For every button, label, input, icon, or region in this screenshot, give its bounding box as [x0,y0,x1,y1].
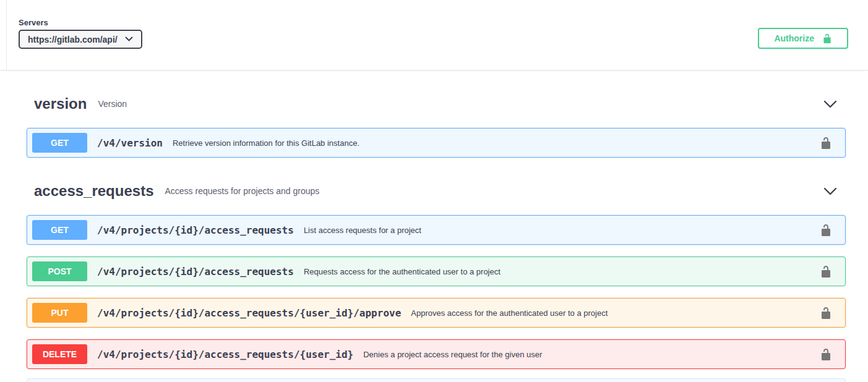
lock-button[interactable] [820,265,832,278]
servers-block: Servers https://gitlab.com/api/ [19,18,142,49]
chevron-down-icon [125,36,133,42]
lock-button[interactable] [820,137,832,149]
unlock-icon [820,137,832,149]
operation-row[interactable]: DELETE /v4/projects/{id}/access_requests… [27,339,846,369]
authorize-button[interactable]: Authorize [758,28,848,49]
operation-path: /v4/projects/{id}/access_requests [97,266,294,278]
section-header[interactable]: version Version [34,95,837,112]
operation-row[interactable]: GET /v4/version Retrieve version informa… [27,128,846,158]
unlock-icon [820,348,832,360]
api-sections: version Version GET /v4/version Retrieve… [0,95,868,369]
api-section: version Version GET /v4/version Retrieve… [27,95,846,158]
lock-button[interactable] [820,348,832,360]
unlock-icon [822,33,832,43]
lock-button[interactable] [820,224,832,236]
server-select-value: https://gitlab.com/api/ [28,35,118,45]
method-badge: DELETE [32,344,87,364]
section-description: Access requests for projects and groups [165,186,319,196]
operation-row[interactable]: PUT /v4/projects/{id}/access_requests/{u… [27,298,846,328]
operation-summary: Requests access for the authenticated us… [304,267,501,276]
operation-path: /v4/projects/{id}/access_requests [97,224,294,236]
operation-summary: Denies a project access request for the … [363,350,542,359]
lock-button[interactable] [820,307,832,319]
chevron-down-icon[interactable] [823,100,837,108]
operation-row[interactable]: POST /v4/projects/{id}/access_requests R… [27,257,846,286]
scheme-container: Servers https://gitlab.com/api/ Authoriz… [0,0,868,70]
operation-summary: List access requests for a project [304,226,421,235]
api-section: access_requests Access requests for proj… [27,182,846,369]
unlock-icon [820,224,832,236]
operation-summary: Approves access for the authenticated us… [411,308,608,318]
operation-path: /v4/projects/{id}/access_requests/{user_… [97,349,353,360]
section-title: access_requests [34,182,153,200]
operation-path: /v4/version [97,137,163,149]
server-select[interactable]: https://gitlab.com/api/ [19,30,142,49]
section-description: Version [98,99,127,109]
unlock-icon [820,307,832,319]
operation-row[interactable]: GET /v4/projects/{id}/access_requests Li… [27,215,846,245]
operation-list: GET /v4/version Retrieve version informa… [27,128,846,158]
unlock-icon [820,265,832,278]
operation-summary: Retrieve version information for this Gi… [173,138,359,148]
next-operation-partial[interactable] [27,378,846,382]
authorize-label: Authorize [774,33,814,43]
method-badge: PUT [32,303,87,323]
section-header[interactable]: access_requests Access requests for proj… [34,182,837,200]
method-badge: POST [32,261,87,281]
chevron-down-icon[interactable] [823,187,837,195]
operation-path: /v4/projects/{id}/access_requests/{user_… [97,307,401,319]
method-badge: GET [32,220,87,240]
section-title: version [34,95,87,112]
left-divider-rule [6,0,7,70]
servers-label: Servers [19,18,142,27]
method-badge: GET [32,133,87,153]
operation-list: GET /v4/projects/{id}/access_requests Li… [27,215,846,369]
